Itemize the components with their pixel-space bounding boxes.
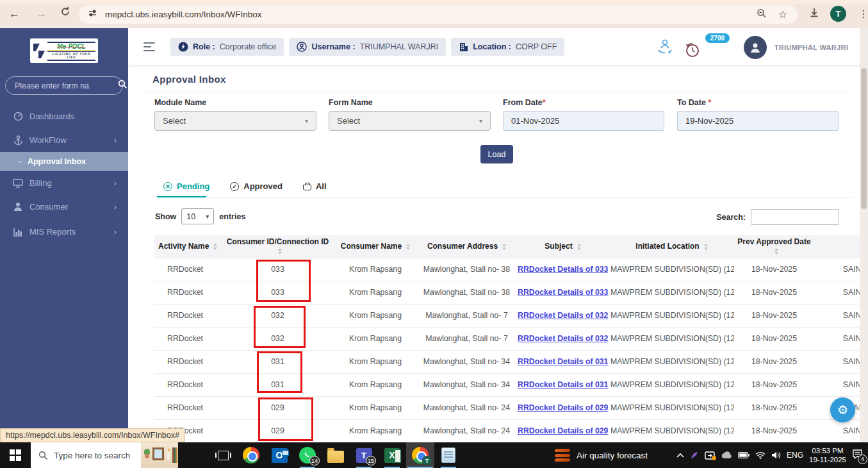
- sidebar-item-approval-inbox[interactable]: – Approval Inbox: [0, 152, 128, 171]
- subject-link[interactable]: RRDocket Details of 029: [518, 426, 608, 435]
- load-button[interactable]: Load: [480, 145, 513, 163]
- cell-consumer-id: 032: [222, 327, 334, 350]
- language-indicator[interactable]: ENG: [787, 451, 803, 460]
- address-bar[interactable]: mepdcl.ubs.ieasybill.com/Inbox/WFInbox ☆: [79, 5, 798, 24]
- taskbar-excel[interactable]: X: [378, 442, 406, 468]
- page-size-select[interactable]: 10▾: [181, 208, 214, 224]
- header-username-text[interactable]: TRIUMPHAL WARJRI: [774, 44, 848, 51]
- taskbar-outlook[interactable]: O: [265, 442, 293, 468]
- browser-profile-avatar[interactable]: T: [830, 6, 846, 22]
- table-row[interactable]: RRDocket 031 Krom Rapsang Mawlonghat, St…: [154, 350, 860, 373]
- from-date-input[interactable]: 01-Nov-2025: [503, 111, 664, 131]
- taskbar-teams[interactable]: T 15: [350, 442, 378, 468]
- vertical-scrollbar[interactable]: [860, 28, 868, 442]
- wifi-icon[interactable]: [755, 451, 766, 459]
- chevron-down-icon: ▾: [206, 213, 209, 220]
- col-consumer-name[interactable]: Consumer Name: [334, 235, 417, 258]
- subject-link[interactable]: RRDocket Details of 033: [518, 265, 608, 274]
- scrollbar-thumb[interactable]: [861, 68, 867, 209]
- cell-extra: SAINDURLA: [814, 350, 860, 373]
- table-row[interactable]: RRDocket 033 Krom Rapsang Mawlonghat, St…: [154, 281, 860, 304]
- form-name-select[interactable]: Select▾: [329, 111, 491, 131]
- sidebar-item-consumer[interactable]: Consumer ›: [0, 198, 128, 215]
- taskbar-chrome-active[interactable]: T: [406, 442, 434, 468]
- cell-extra: SAINDURLA: [814, 373, 860, 396]
- table-row[interactable]: RRDocket 032 Krom Rapsang Mawlonghat, St…: [154, 327, 860, 350]
- col-prev-approved-date[interactable]: Prev Approved Date: [734, 235, 814, 258]
- tray-expand-icon[interactable]: [676, 453, 684, 458]
- col-activity-name[interactable]: Activity Name: [154, 235, 222, 258]
- user-avatar[interactable]: [744, 36, 767, 59]
- col-consumer-address[interactable]: Consumer Address: [417, 235, 516, 258]
- taskbar-clock[interactable]: 03:53 PM 19-11-2025: [809, 446, 846, 464]
- taskbar: Type here to search O 14 T 15 X T Air qu…: [0, 442, 868, 468]
- tab-pending[interactable]: ✕ Pending: [163, 181, 209, 191]
- download-icon[interactable]: [808, 7, 820, 22]
- search-highlight-image[interactable]: [141, 442, 178, 468]
- task-view-button[interactable]: [209, 442, 237, 468]
- taskbar-notepad[interactable]: [434, 442, 463, 468]
- tab-approved[interactable]: ✓ Approved: [230, 181, 283, 191]
- cell-consumer-id: 033: [222, 281, 334, 304]
- to-date-input[interactable]: 19-Nov-2025: [677, 111, 839, 131]
- tray-display-sync-icon[interactable]: [705, 451, 715, 460]
- user-sync-icon[interactable]: [655, 37, 675, 58]
- gauge-icon: [13, 112, 23, 121]
- from-date-label: From Date*: [503, 98, 546, 107]
- subject-link[interactable]: RRDocket Details of 031: [518, 380, 608, 389]
- sidebar-item-dashboards[interactable]: Dashboards: [0, 108, 128, 125]
- tray-app-leaf-icon[interactable]: [690, 451, 699, 460]
- onedrive-cloud-icon[interactable]: [721, 451, 732, 459]
- table-row[interactable]: RRDocket 029 Krom Rapsang Mawlonghat, St…: [154, 396, 860, 419]
- browser-tab-strip: [0, 0, 868, 4]
- taskbar-whatsapp[interactable]: 14: [293, 442, 322, 468]
- subject-link[interactable]: RRDocket Details of 031: [518, 357, 608, 366]
- settings-fab-button[interactable]: ⚙: [830, 397, 855, 422]
- subject-link[interactable]: RRDocket Details of 033: [518, 288, 608, 297]
- table-row[interactable]: RRDocket 029 Krom Rapsang Mawlonghat, St…: [154, 419, 860, 442]
- subject-link[interactable]: RRDocket Details of 032: [518, 334, 608, 343]
- tab-all[interactable]: All: [303, 181, 327, 191]
- form-search-input[interactable]: [6, 81, 118, 90]
- subject-link[interactable]: RRDocket Details of 032: [518, 311, 608, 320]
- page-title: Approval Inbox: [152, 74, 226, 85]
- col-initiated-location[interactable]: Initiated Location: [609, 235, 734, 258]
- back-icon[interactable]: ←: [9, 8, 20, 21]
- notepad-icon: [441, 447, 455, 463]
- refresh-icon[interactable]: [60, 6, 70, 20]
- bookmark-star-icon[interactable]: ☆: [778, 8, 787, 21]
- col-extra[interactable]: [814, 235, 860, 258]
- sidebar-item-mis-reports[interactable]: MIS Reports ›: [0, 223, 128, 240]
- hamburger-menu-icon[interactable]: [143, 42, 155, 54]
- speaker-icon[interactable]: [771, 451, 781, 459]
- taskbar-file-explorer[interactable]: [322, 442, 350, 468]
- site-settings-icon[interactable]: [88, 8, 97, 21]
- taskbar-chrome[interactable]: [237, 442, 265, 468]
- app-logo[interactable]: Me-PDCL LIGHTING UP YOUR LIFE: [30, 38, 98, 63]
- col-consumer-id[interactable]: Consumer ID/Connection ID: [222, 235, 334, 258]
- folder-icon: [327, 451, 344, 463]
- table-row[interactable]: RRDocket 031 Krom Rapsang Mawlonghat, St…: [154, 373, 860, 396]
- taskbar-search[interactable]: Type here to search: [31, 442, 178, 468]
- start-button[interactable]: [0, 442, 31, 468]
- browser-menu-icon[interactable]: ⋮: [858, 8, 868, 20]
- form-search-box[interactable]: [5, 76, 123, 95]
- weather-widget[interactable]: Air quality forecast: [555, 449, 648, 462]
- table-search-input[interactable]: [751, 209, 839, 225]
- sidebar-item-billing[interactable]: Billing ›: [0, 174, 128, 192]
- zoom-icon[interactable]: [757, 8, 767, 21]
- module-name-select[interactable]: Select▾: [154, 111, 316, 131]
- forward-icon[interactable]: →: [36, 8, 47, 21]
- table-row[interactable]: RRDocket 032 Krom Rapsang Mawlonghat, St…: [154, 304, 860, 327]
- table-row[interactable]: RRDocket 033 Krom Rapsang Mawlonghat, St…: [154, 258, 860, 281]
- cell-consumer-name: Krom Rapsang: [334, 281, 417, 304]
- battery-icon[interactable]: [738, 452, 749, 458]
- cell-initiated-location: MAWPREM SUBDIVISION(SD) (1212): [609, 373, 734, 396]
- sidebar-item-workflow[interactable]: WorkFlow ›: [0, 131, 128, 149]
- pending-clock-widget[interactable]: 2700: [684, 33, 721, 62]
- approved-check-icon: ✓: [230, 182, 239, 191]
- action-center-button[interactable]: 4: [852, 449, 863, 462]
- subject-link[interactable]: RRDocket Details of 029: [518, 403, 608, 412]
- search-icon[interactable]: [118, 79, 127, 92]
- col-subject[interactable]: Subject: [516, 235, 609, 258]
